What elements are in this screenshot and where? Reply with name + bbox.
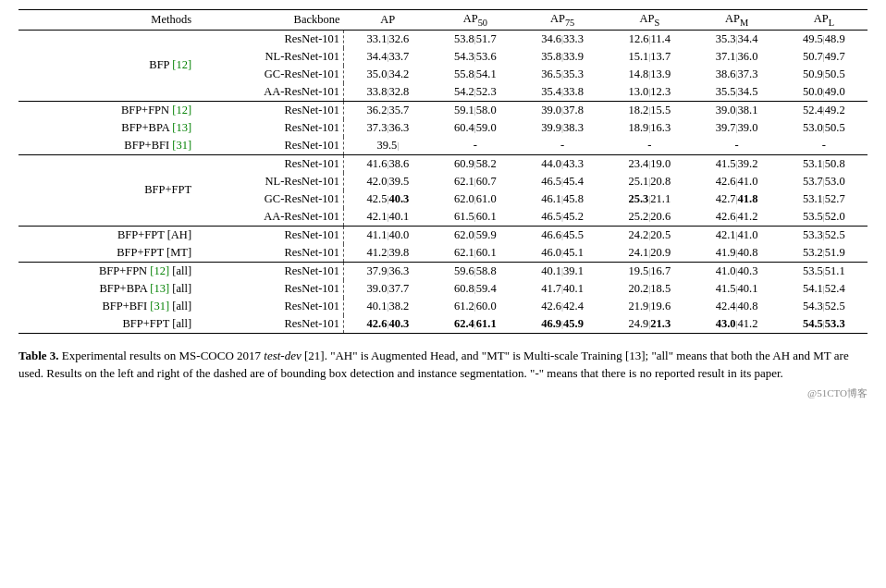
method-cell: BFP+BFI [31] xyxy=(18,137,197,155)
header-ap75: AP75 xyxy=(519,10,606,31)
header-apl: APL xyxy=(781,10,868,31)
results-table: Methods Backbone AP AP50 AP75 APS APM AP… xyxy=(18,9,868,334)
ap-cell: 33.1|32.6 xyxy=(344,30,432,48)
table-row: BFP+BPA [13] [all] ResNet-101 39.0|37.7 … xyxy=(18,280,868,298)
caption-label: Table 3. xyxy=(18,349,59,362)
ap50-cell: 53.8|51.7 xyxy=(432,30,519,48)
method-bfp: BFP [12] xyxy=(18,30,197,101)
backbone-cell: GC-ResNet-101 xyxy=(197,66,344,83)
watermark: @51CTO博客 xyxy=(18,386,868,400)
table-row: BFP+FPN [12] ResNet-101 36.2|35.7 59.1|5… xyxy=(18,101,868,119)
table-row: BFP+FPT [MT] ResNet-101 41.2|39.8 62.1|6… xyxy=(18,244,868,263)
header-ap: AP xyxy=(344,10,432,31)
apl-cell: 49.5|48.9 xyxy=(781,30,868,48)
table-row: BFP+BFI [31] ResNet-101 39.5| - - - - - xyxy=(18,137,868,155)
table-row: BFP+FPT ResNet-101 41.6|38.6 60.9|58.2 4… xyxy=(18,154,868,173)
apm-cell: 35.3|34.4 xyxy=(693,30,780,48)
header-apm: APM xyxy=(693,10,780,31)
table-row: BFP+FPT [all] ResNet-101 42.6|40.3 62.4|… xyxy=(18,315,868,334)
table-row: BFP [12] ResNet-101 33.1|32.6 53.8|51.7 … xyxy=(18,30,868,48)
table-caption: Table 3. Experimental results on MS-COCO… xyxy=(18,347,868,383)
caption-text: Experimental results on MS-COCO 2017 tes… xyxy=(18,349,849,381)
header-ap50: AP50 xyxy=(432,10,519,31)
header-aps: APS xyxy=(606,10,693,31)
table-row: BFP+FPN [12] [all] ResNet-101 37.9|36.3 … xyxy=(18,262,868,280)
backbone-cell: AA-ResNet-101 xyxy=(197,83,344,102)
ap75-cell: 34.6|33.3 xyxy=(519,30,606,48)
table-row: BFP+FPT [AH] ResNet-101 41.1|40.0 62.0|5… xyxy=(18,226,868,244)
header-methods: Methods xyxy=(18,10,197,31)
backbone-cell: ResNet-101 xyxy=(197,30,344,48)
aps-cell: 12.6|11.4 xyxy=(606,30,693,48)
method-cell: BFP+FPN [12] xyxy=(18,101,197,119)
header-backbone: Backbone xyxy=(197,10,344,31)
table-header: Methods Backbone AP AP50 AP75 APS APM AP… xyxy=(18,10,868,31)
method-cell: BFP+BPA [13] xyxy=(18,119,197,137)
backbone-cell: NL-ResNet-101 xyxy=(197,48,344,66)
table-row: BFP+BFI [31] [all] ResNet-101 40.1|38.2 … xyxy=(18,298,868,315)
method-bfp-fpt: BFP+FPT xyxy=(18,154,197,226)
table-row: BFP+BPA [13] ResNet-101 37.3|36.3 60.4|5… xyxy=(18,119,868,137)
